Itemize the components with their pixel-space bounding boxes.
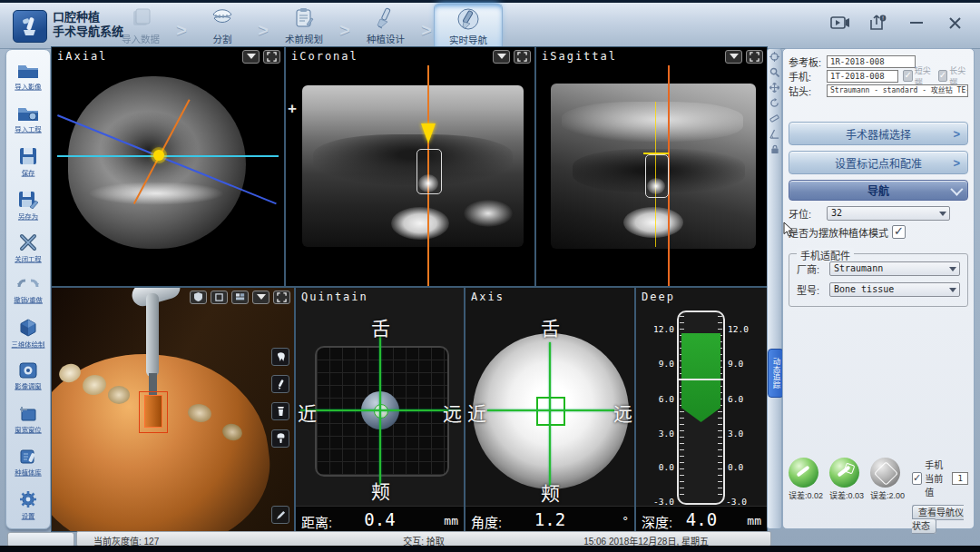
coronal-plus-icon[interactable]: + [288, 100, 297, 118]
drill-field[interactable]: Straumann - standard - 攻丝钻 TE-BL - Φ3. [827, 84, 968, 97]
sidebar-item-implant-library[interactable]: 种植体库 [6, 441, 50, 484]
threed-view[interactable] [52, 288, 294, 531]
sidebar-item-undo-redo[interactable]: 撤销/重做 [6, 270, 50, 312]
tracking-status-block: 误差:0.02 误差:0.03 误差:2.00 [789, 458, 968, 523]
quintain-cross-horizontal [300, 409, 460, 411]
model-select[interactable]: Bone tissue [829, 282, 960, 297]
vendor-select[interactable]: Straumann [829, 261, 960, 276]
tooth-position-label: 牙位: [789, 206, 827, 221]
tooth-icon [276, 352, 286, 362]
threed-layout-icon[interactable] [231, 291, 249, 304]
navigator-status-button[interactable]: 查看导航仪状态 [912, 505, 964, 534]
handpiece-label: 手机: [789, 69, 827, 84]
quintain-view[interactable]: Quintain 舌 近 远 颊 距离: 0.4 mm [296, 288, 464, 531]
tooth-position-select[interactable]: 32 [827, 206, 950, 221]
step-segmentation[interactable]: 分割 [189, 4, 256, 45]
orientation-label-right: 远 [613, 399, 632, 426]
step-preop-planning[interactable]: 术前规划 [270, 4, 338, 45]
target-box-3d [139, 391, 168, 433]
adapter-group-title: 手机适配件 [797, 248, 854, 262]
check-icon: ✓ [938, 70, 947, 82]
axial-dropdown-icon[interactable] [242, 50, 260, 64]
depth-unit: mm [747, 514, 761, 527]
step-chevron-icon: > [256, 20, 270, 41]
quintain-header: Quintain [296, 288, 464, 306]
tool-annotate-pen[interactable] [271, 506, 289, 524]
sidebar-item-save-as[interactable]: 另存为 [6, 184, 50, 227]
angle-tool-icon[interactable] [768, 126, 781, 142]
threed-shield-icon[interactable] [190, 291, 207, 304]
sidebar-item-import-image[interactable]: 导入影像 [6, 55, 50, 98]
gear-icon [19, 490, 37, 508]
tool-show-tooth-implant[interactable] [271, 429, 289, 448]
sagittal-view[interactable]: iSagittal [536, 47, 767, 286]
close-button[interactable] [944, 14, 965, 32]
axial-expand-icon[interactable] [263, 50, 280, 64]
reference-plate-field[interactable]: 1R-2018-008 [827, 55, 916, 68]
tool-show-implant[interactable] [271, 402, 289, 420]
deep-view[interactable]: Deep 12.0 9.0 6.0 3.0 0.0 -3.0 12.0 9.0 … [636, 288, 767, 531]
drill-row: 钻头: Straumann - standard - 攻丝钻 TE-BL - Φ… [789, 84, 968, 97]
sidebar-item-volume-render[interactable]: 三维体绘制 [6, 312, 50, 355]
chevron-down-icon [950, 182, 963, 195]
sidebar-item-window-level[interactable]: 窗宽窗位 [6, 399, 50, 441]
tool-show-drill[interactable] [271, 375, 289, 393]
sidebar-item-import-project[interactable]: 导入工程 [6, 98, 50, 141]
sidebar-item-settings[interactable]: 设置 [6, 484, 50, 527]
tool-show-tooth[interactable] [271, 348, 289, 366]
adapter-group: 手机适配件 厂商: Straumann 型号: Bone tissue [789, 253, 968, 307]
sidebar-item-image-window[interactable]: 影像调窗 [6, 355, 50, 398]
measure-tool-icon[interactable] [768, 111, 781, 126]
dynamic-tracking-label: 动态追踪 [770, 358, 781, 389]
tooth-position-row: 牙位: 32 [789, 206, 968, 220]
current-value-field[interactable]: 1 [952, 472, 968, 485]
coronal-expand-icon[interactable] [514, 50, 531, 64]
placement-mode-label: 是否为摆放种植体模式 [789, 225, 888, 240]
current-value-label: 手机当前值 [925, 458, 949, 498]
sagittal-dropdown-icon[interactable] [725, 50, 742, 64]
axis-square-marker [536, 397, 565, 426]
deep-tick-r3: 3.0 [728, 429, 743, 439]
step-import-data[interactable]: 导入数据 [107, 4, 174, 45]
sagittal-header: iSagittal [536, 47, 767, 65]
placement-mode-checkbox[interactable]: ✓ [892, 225, 906, 239]
handpiece-field[interactable]: 1T-2018-008 [827, 70, 898, 83]
axis-header: Axis [466, 288, 634, 306]
threed-cube-icon[interactable] [211, 291, 228, 304]
reference-plate-label: 参考板: [789, 54, 827, 69]
deep-tick-l0: 12.0 [643, 324, 674, 334]
threed-expand-icon[interactable] [273, 291, 290, 304]
axis-view[interactable]: Axis 舌 近 远 颊 角度: 1.2 ° [466, 288, 634, 531]
threed-dropdown-icon[interactable] [252, 291, 270, 304]
axial-view[interactable]: iAxial [52, 47, 284, 286]
step-chevron-icon: > [419, 20, 434, 41]
step-realtime-navigation[interactable]: 实时导航 [434, 4, 503, 49]
deep-tick-l1: 9.0 [643, 359, 674, 369]
distance-unit: mm [444, 514, 458, 527]
sidebar-item-save[interactable]: 保存 [6, 141, 50, 183]
export-icon: ! [869, 15, 887, 31]
pan-tool-icon[interactable] [768, 80, 781, 95]
deep-tick-l4: 0.0 [643, 462, 674, 472]
step-implant-design[interactable]: 种植设计 [352, 4, 419, 45]
window-controls: ! [829, 14, 965, 32]
instrument-select-button[interactable]: 手术器械选择 > [789, 122, 968, 145]
coronal-dropdown-icon[interactable] [493, 50, 510, 64]
sagittal-expand-icon[interactable] [746, 50, 763, 64]
video-icon [830, 15, 850, 30]
crosshair-tool-icon[interactable] [768, 49, 781, 64]
step-chevron-icon: > [174, 20, 189, 41]
screen-record-button[interactable] [829, 14, 851, 32]
title-bar: 口腔种植 手术导航系统 导入数据 > 分割 > [0, 0, 980, 48]
sidebar-item-close-project[interactable]: 关闭工程 [6, 227, 50, 270]
rotate-tool-icon[interactable] [768, 95, 781, 111]
marker-registration-button[interactable]: 设置标记点和配准 > [789, 151, 968, 174]
zoom-tool-icon[interactable] [768, 64, 781, 80]
deep-tick-r1: 9.0 [728, 359, 743, 369]
navigation-section-button[interactable]: 导航 [789, 180, 968, 201]
coronal-view[interactable]: iCoronal + [286, 47, 534, 286]
minimize-button[interactable] [906, 14, 927, 32]
export-report-button[interactable]: ! [867, 14, 889, 32]
current-value-checkbox[interactable]: ✓ [912, 472, 922, 485]
lock-tool-icon[interactable] [768, 142, 781, 157]
